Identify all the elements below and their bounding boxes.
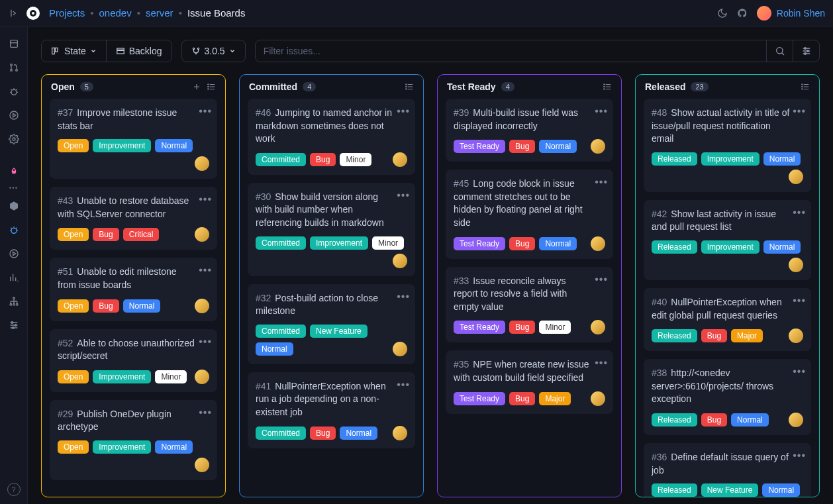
search-icon[interactable] (766, 40, 793, 62)
assignee-avatar[interactable] (789, 413, 803, 427)
assignee-avatar[interactable] (789, 170, 803, 184)
assignee-avatar[interactable] (591, 320, 605, 334)
state-selector[interactable]: State (42, 40, 107, 62)
assignee-avatar[interactable] (591, 236, 605, 251)
card-more-icon[interactable]: ••• (199, 336, 212, 348)
sidebar-settings-icon[interactable] (3, 128, 24, 150)
sidebar-builds-icon[interactable] (3, 105, 24, 126)
issue-card[interactable]: #52Able to choose unauthorized script/se… (50, 329, 217, 392)
sidebar-hierarchy-icon[interactable] (3, 291, 24, 312)
add-card-icon[interactable] (192, 82, 201, 91)
assignee-avatar[interactable] (195, 458, 209, 472)
collapse-sidebar-icon[interactable] (8, 7, 20, 19)
assignee-avatar[interactable] (195, 299, 209, 313)
card-title-text: Able to choose unauthorized script/secre… (58, 338, 195, 362)
issue-card[interactable]: #38http://<onedev server>:6610/projects/… (644, 359, 811, 435)
card-more-icon[interactable]: ••• (397, 379, 410, 391)
column-body[interactable]: #48Show actual activity in title of issu… (636, 99, 819, 497)
card-more-icon[interactable]: ••• (397, 291, 410, 303)
assignee-avatar[interactable] (789, 328, 803, 343)
issue-card[interactable]: #32Post-build action to close milestone•… (248, 284, 415, 364)
assignee-avatar[interactable] (195, 227, 209, 242)
list-view-icon[interactable] (207, 82, 216, 91)
card-title: #33Issue reconcile always report to reso… (454, 275, 605, 314)
list-view-icon[interactable] (801, 82, 810, 91)
issue-card[interactable]: #42Show last activity in issue and pull … (644, 200, 811, 280)
sidebar-help-icon[interactable]: ? (7, 483, 21, 496)
card-more-icon[interactable]: ••• (793, 295, 806, 307)
card-title-text: Unable to edit milestone from issue boar… (58, 266, 177, 290)
issue-card[interactable]: #36Define default issue query of job•••R… (644, 443, 811, 497)
card-more-icon[interactable]: ••• (199, 407, 212, 419)
list-view-icon[interactable] (405, 82, 414, 91)
card-more-icon[interactable]: ••• (595, 357, 608, 369)
card-more-icon[interactable]: ••• (793, 105, 806, 117)
card-more-icon[interactable]: ••• (793, 450, 806, 462)
sidebar-play-icon[interactable] (3, 243, 24, 264)
issue-card[interactable]: #39Multi-build issue field was displayed… (446, 99, 613, 162)
user-avatar[interactable] (757, 6, 771, 21)
breadcrumb-path-1[interactable]: server (146, 7, 173, 19)
issue-card[interactable]: #30Show build version along with build n… (248, 183, 415, 276)
card-more-icon[interactable]: ••• (793, 366, 806, 378)
issue-card[interactable]: #35NPE when create new issue with custom… (446, 350, 613, 413)
issue-card[interactable]: #46Jumping to named anchor in markdown s… (248, 99, 415, 175)
user-name-link[interactable]: Robin Shen (777, 8, 825, 19)
column-body[interactable]: #37Improve milestone issue stats bar•••O… (42, 99, 225, 497)
app-logo[interactable] (26, 7, 40, 20)
issue-card[interactable]: #29Publish OneDev plugin archetype•••Ope… (50, 400, 217, 480)
github-icon[interactable] (734, 5, 750, 21)
assignee-avatar[interactable] (393, 426, 407, 440)
issue-card[interactable]: #48Show actual activity in title of issu… (644, 99, 811, 192)
breadcrumb-path-0[interactable]: onedev (99, 7, 131, 19)
card-more-icon[interactable]: ••• (595, 105, 608, 117)
board: Open5#37Improve milestone issue stats ba… (41, 74, 820, 497)
card-title: #30Show build version along with build n… (256, 191, 407, 230)
card-more-icon[interactable]: ••• (199, 264, 212, 276)
breadcrumb-sep: • (137, 7, 140, 19)
issue-card[interactable]: #40NullPointerException when edit global… (644, 288, 811, 351)
issue-card[interactable]: #37Improve milestone issue stats bar•••O… (50, 99, 217, 179)
type-label: Bug (509, 140, 535, 153)
column-body[interactable]: #39Multi-build issue field was displayed… (438, 99, 621, 497)
card-more-icon[interactable]: ••• (199, 105, 212, 117)
sidebar-issues-icon[interactable] (3, 81, 24, 102)
assignee-avatar[interactable] (195, 370, 209, 384)
assignee-avatar[interactable] (591, 391, 605, 406)
column-body[interactable]: #46Jumping to named anchor in markdown s… (240, 99, 423, 497)
card-more-icon[interactable]: ••• (793, 207, 806, 219)
assignee-avatar[interactable] (195, 156, 209, 171)
list-view-icon[interactable] (603, 82, 612, 91)
issue-card[interactable]: #51Unable to edit milestone from issue b… (50, 258, 217, 321)
sidebar-more-icon[interactable]: ••• (9, 184, 19, 191)
board-settings-icon[interactable] (793, 40, 819, 62)
assignee-avatar[interactable] (393, 342, 407, 356)
sidebar-dashboard-icon[interactable] (3, 33, 24, 54)
assignee-avatar[interactable] (789, 258, 803, 272)
backlog-button[interactable]: Backlog (107, 40, 172, 62)
svg-point-27 (208, 84, 209, 85)
card-more-icon[interactable]: ••• (595, 274, 608, 285)
issue-card[interactable]: #45Long code block in issue comment stre… (446, 170, 613, 258)
assignee-avatar[interactable] (393, 254, 407, 268)
issue-card[interactable]: #43Unable to restore database with SQLSe… (50, 187, 217, 250)
sidebar-issueboards-icon[interactable] (3, 219, 24, 240)
issue-card[interactable]: #33Issue reconcile always report to reso… (446, 267, 613, 343)
issue-card[interactable]: #41NullPointerException when run a job d… (248, 372, 415, 448)
sidebar-sliders-icon[interactable] (3, 315, 24, 336)
card-title: #46Jumping to named anchor in markdown s… (256, 107, 407, 146)
dark-mode-icon[interactable] (714, 5, 730, 21)
card-more-icon[interactable]: ••• (595, 176, 608, 188)
card-more-icon[interactable]: ••• (397, 105, 410, 117)
breadcrumb-root[interactable]: Projects (49, 7, 85, 19)
milestone-selector[interactable]: 3.0.5 (181, 40, 246, 62)
sidebar-commits-icon[interactable] (3, 195, 24, 217)
card-more-icon[interactable]: ••• (199, 193, 212, 205)
sidebar-pullrequests-icon[interactable] (3, 57, 24, 78)
sidebar-rocket-icon[interactable] (3, 162, 24, 183)
assignee-avatar[interactable] (393, 152, 407, 167)
filter-input[interactable] (256, 40, 766, 62)
card-more-icon[interactable]: ••• (397, 189, 410, 201)
assignee-avatar[interactable] (591, 139, 605, 154)
sidebar-stats-icon[interactable] (3, 267, 24, 288)
